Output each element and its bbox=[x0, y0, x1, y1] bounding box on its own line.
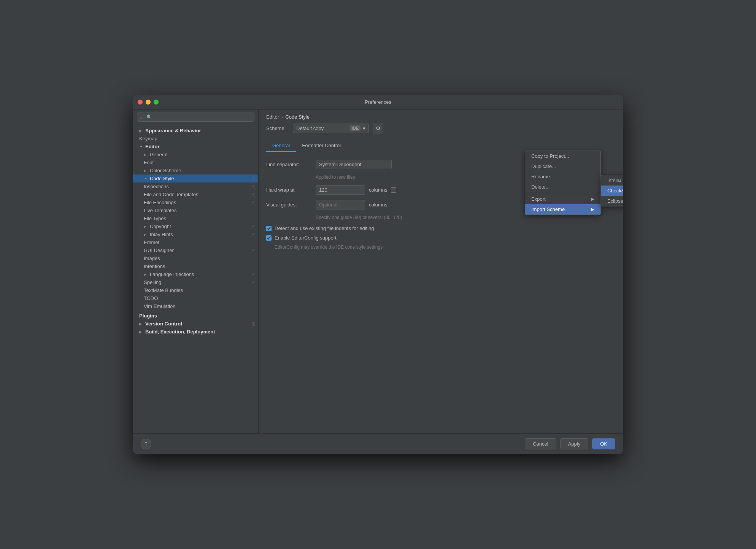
sidebar-item-plugins[interactable]: Plugins bbox=[133, 312, 258, 320]
sidebar-item-language-injections[interactable]: ▶ Language Injections ⎘ bbox=[133, 270, 258, 278]
copy-icon: ⎘ bbox=[253, 184, 255, 189]
window-title: Preferences bbox=[365, 99, 391, 105]
menu-item-copy-to-project[interactable]: Copy to Project... bbox=[525, 151, 600, 161]
arrow-icon: ▶ bbox=[144, 153, 148, 157]
arrow-icon: ▼ bbox=[144, 177, 148, 181]
sidebar-item-spelling[interactable]: Spelling ⎘ bbox=[133, 278, 258, 286]
close-button[interactable] bbox=[138, 100, 143, 105]
gear-icon: ⚙ bbox=[376, 125, 381, 131]
menu-item-rename[interactable]: Rename... bbox=[525, 171, 600, 182]
menu-item-export[interactable]: Export ▶ bbox=[525, 194, 600, 204]
sidebar-item-version-control[interactable]: ▶ Version Control ⎘ bbox=[133, 320, 258, 328]
preferences-window: Preferences ⌕ ▶ Appearance & Behavior Ke… bbox=[133, 95, 623, 454]
sidebar-item-inlay-hints[interactable]: ▶ Inlay Hints ⎘ bbox=[133, 230, 258, 238]
sidebar-item-live-templates[interactable]: Live Templates bbox=[133, 206, 258, 214]
arrow-icon: ▶ bbox=[139, 322, 143, 326]
copy-icon: ⎘ bbox=[253, 224, 255, 229]
arrow-icon: ▶ bbox=[144, 225, 148, 228]
hard-wrap-checkbox[interactable] bbox=[391, 187, 396, 193]
sidebar-item-build[interactable]: ▶ Build, Execution, Deployment bbox=[133, 328, 258, 336]
sidebar-item-copyright[interactable]: ▶ Copyright ⎘ bbox=[133, 222, 258, 230]
visual-guides-hint: Specify one guide (80) or several (80, 1… bbox=[316, 215, 615, 220]
sidebar-item-label: TextMate Bundles bbox=[144, 287, 183, 293]
sidebar-item-label: Build, Execution, Deployment bbox=[145, 329, 215, 335]
apply-button[interactable]: Apply bbox=[560, 438, 589, 449]
visual-guides-input[interactable] bbox=[316, 200, 365, 209]
tab-label: Formatter Control bbox=[302, 143, 341, 148]
arrow-icon: ▶ bbox=[144, 233, 148, 236]
submenu-item-intellij[interactable]: IntelliJ IDEA code style XML bbox=[601, 175, 623, 186]
traffic-lights bbox=[138, 100, 159, 105]
search-icon: ⌕ bbox=[140, 115, 142, 119]
sidebar-item-images[interactable]: Images bbox=[133, 254, 258, 262]
dropdown-arrow-icon: ▾ bbox=[363, 125, 365, 131]
scheme-value: Default copy bbox=[296, 125, 348, 131]
menu-item-import-scheme[interactable]: Import Scheme ▶ bbox=[525, 204, 600, 214]
tab-formatter-control[interactable]: Formatter Control bbox=[296, 140, 347, 152]
sidebar-item-label: Appearance & Behavior bbox=[145, 128, 201, 133]
hard-wrap-input[interactable] bbox=[316, 185, 365, 195]
sidebar-item-gui-designer[interactable]: GUI Designer ⎘ bbox=[133, 246, 258, 254]
search-input[interactable] bbox=[137, 113, 254, 122]
sidebar-item-inspections[interactable]: Inspections ⎘ bbox=[133, 182, 258, 190]
submenu-item-label: IntelliJ IDEA code style XML bbox=[607, 178, 623, 183]
sidebar-item-label: Plugins bbox=[139, 313, 157, 319]
sidebar-item-editor[interactable]: ▼ Editor bbox=[133, 143, 258, 151]
title-bar: Preferences bbox=[133, 95, 623, 109]
sidebar-item-file-code-templates[interactable]: File and Code Templates ⎘ bbox=[133, 190, 258, 198]
copy-icon: ⎘ bbox=[253, 280, 255, 285]
detect-indent-row: Detect and use existing file indents for… bbox=[266, 225, 615, 231]
minimize-button[interactable] bbox=[146, 100, 151, 105]
sidebar-tree: ▶ Appearance & Behavior Keymap ▼ Editor … bbox=[133, 125, 258, 433]
breadcrumb-separator: › bbox=[281, 114, 283, 120]
copy-icon: ⎘ bbox=[253, 272, 255, 277]
submenu-item-label: CheckStyle Configuration bbox=[607, 188, 623, 194]
sidebar-item-vim[interactable]: Vim Emulation bbox=[133, 302, 258, 310]
menu-divider bbox=[525, 193, 600, 193]
arrow-icon: ▶ bbox=[144, 273, 148, 276]
submenu-item-checkstyle[interactable]: CheckStyle Configuration bbox=[601, 186, 623, 196]
line-separator-label: Line separator: bbox=[266, 162, 312, 167]
sidebar-item-label: Keymap bbox=[139, 136, 157, 141]
sidebar-item-appearance[interactable]: ▶ Appearance & Behavior bbox=[133, 127, 258, 135]
detect-indent-checkbox[interactable] bbox=[266, 226, 272, 231]
sidebar-item-font[interactable]: Font bbox=[133, 159, 258, 167]
sidebar-item-label: Inlay Hints bbox=[150, 232, 173, 237]
scheme-dropdown[interactable]: Default copy IDE ▾ bbox=[293, 124, 369, 133]
editor-config-checkbox[interactable] bbox=[266, 235, 272, 241]
sidebar-item-label: Images bbox=[144, 255, 160, 261]
gear-button[interactable]: ⚙ bbox=[373, 123, 383, 133]
sidebar-item-label: Language Injections bbox=[150, 271, 194, 277]
sidebar-item-label: Vim Emulation bbox=[144, 303, 176, 309]
copy-icon: ⎘ bbox=[253, 232, 255, 237]
sidebar-item-textmate[interactable]: TextMate Bundles bbox=[133, 286, 258, 294]
cancel-button[interactable]: Cancel bbox=[525, 438, 556, 449]
help-button[interactable]: ? bbox=[141, 439, 151, 449]
breadcrumb: Editor › Code Style bbox=[259, 109, 623, 123]
sidebar-item-todo[interactable]: TODO bbox=[133, 294, 258, 302]
search-box: ⌕ bbox=[133, 109, 258, 125]
sidebar-item-label: Editor bbox=[145, 144, 160, 149]
arrow-icon: ▶ bbox=[144, 169, 148, 173]
tab-general[interactable]: General bbox=[266, 140, 296, 152]
menu-item-label: Duplicate... bbox=[531, 163, 556, 169]
sidebar-item-general[interactable]: ▶ General bbox=[133, 151, 258, 159]
sidebar-item-emmet[interactable]: Emmet bbox=[133, 238, 258, 246]
sidebar-item-color-scheme[interactable]: ▶ Color Scheme bbox=[133, 167, 258, 175]
sidebar-item-label: Spelling bbox=[144, 279, 161, 285]
maximize-button[interactable] bbox=[154, 100, 159, 105]
sidebar-item-code-style[interactable]: ▼ Code Style ⎘ bbox=[133, 175, 258, 182]
sidebar-item-file-types[interactable]: File Types bbox=[133, 214, 258, 222]
sidebar-item-label: Emmet bbox=[144, 240, 159, 245]
line-separator-input[interactable] bbox=[316, 160, 392, 169]
submenu-item-eclipse[interactable]: Eclipse XML Profile bbox=[601, 196, 623, 206]
sidebar-item-keymap[interactable]: Keymap bbox=[133, 135, 258, 143]
menu-item-delete[interactable]: Delete... bbox=[525, 182, 600, 192]
sidebar-item-intentions[interactable]: Intentions bbox=[133, 262, 258, 270]
sidebar-item-file-encodings[interactable]: File Encodings ⎘ bbox=[133, 198, 258, 206]
editor-config-sublabel: EditorConfig may override the IDE code s… bbox=[275, 244, 615, 250]
hard-wrap-suffix: columns bbox=[369, 187, 387, 193]
ok-button[interactable]: OK bbox=[592, 438, 615, 449]
menu-item-label: Import Scheme bbox=[531, 206, 565, 212]
menu-item-duplicate[interactable]: Duplicate... bbox=[525, 161, 600, 171]
